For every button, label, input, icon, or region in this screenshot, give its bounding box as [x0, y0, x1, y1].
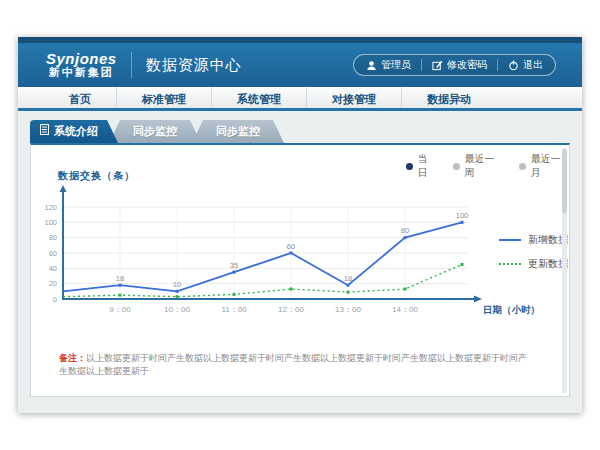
logo-text-en: Synjones: [46, 51, 117, 67]
logout-label: 退出: [523, 58, 543, 72]
legend-item-update-data: 更新数据: [499, 257, 568, 271]
svg-text:60: 60: [287, 242, 295, 251]
document-icon: [40, 120, 49, 143]
svg-text:11：00: 11：00: [221, 305, 247, 314]
edit-icon: [432, 60, 443, 71]
tab-system-intro[interactable]: 系统介绍: [30, 120, 118, 143]
nav-item-home[interactable]: 首页: [44, 87, 116, 108]
page-body: 系统介绍 同步监控 同步监控 当日 最近一周: [18, 111, 582, 410]
radio-option-last-week[interactable]: 最近一周: [453, 152, 503, 180]
tab-bar: 系统介绍 同步监控 同步监控: [30, 120, 284, 143]
svg-text:80: 80: [401, 226, 409, 235]
main-nav: 首页 标准管理 系统管理 对接管理 数据异动: [18, 87, 582, 111]
radio-label: 当日: [418, 152, 437, 180]
svg-text:9：00: 9：00: [109, 305, 131, 314]
change-password-label: 修改密码: [447, 58, 487, 72]
legend-line-sample: [499, 263, 521, 265]
svg-text:12：00: 12：00: [278, 305, 304, 314]
legend-item-new-data: 新增数据: [499, 233, 568, 247]
svg-text:14：00: 14：00: [392, 305, 418, 314]
svg-text:40: 40: [49, 264, 57, 273]
scrollbar-thumb[interactable]: [562, 149, 567, 213]
note-text: 以上数据更新于时间产生数据以上数据更新于时间产生数据以上数据更新于时间产生数据以…: [59, 353, 527, 376]
tab-label: 同步监控: [216, 120, 260, 143]
radio-dot: [406, 163, 413, 170]
nav-item-integration-mgmt[interactable]: 对接管理: [306, 87, 401, 108]
svg-text:13：00: 13：00: [335, 305, 361, 314]
chart-svg: 0204060801001209：0010：0011：0012：0013：001…: [31, 183, 571, 353]
svg-text:18: 18: [344, 274, 352, 283]
power-icon: [508, 60, 519, 71]
radio-dot: [519, 163, 526, 170]
svg-text:0: 0: [53, 295, 57, 304]
footer-note: 备注：以上数据更新于时间产生数据以上数据更新于时间产生数据以上数据更新于时间产生…: [59, 352, 533, 377]
svg-text:日期（小时）: 日期（小时）: [483, 304, 540, 316]
tab-label: 同步监控: [133, 120, 177, 143]
svg-text:100: 100: [44, 218, 57, 227]
logout-button[interactable]: 退出: [508, 58, 543, 72]
pill-divider: [421, 59, 422, 71]
chart-legend: 新增数据 更新数据: [499, 233, 568, 281]
y-axis-title: 数据交换（条）: [58, 169, 135, 183]
svg-text:100: 100: [456, 211, 469, 220]
svg-text:10: 10: [173, 280, 181, 289]
svg-text:35: 35: [230, 261, 238, 270]
note-prefix: 备注：: [59, 353, 86, 363]
content-panel: 当日 最近一周 最近一月 数据交换（条） 0204060801001209：00…: [30, 143, 570, 397]
radio-dot: [453, 163, 460, 170]
app-window: Synjones 新中新集团 数据资源中心 管理员 修改密码: [18, 37, 582, 413]
company-logo[interactable]: Synjones 新中新集团: [46, 51, 117, 78]
tab-sync-monitor-1[interactable]: 同步监控: [109, 120, 201, 143]
logo-text-cn: 新中新集团: [46, 67, 117, 79]
svg-text:18: 18: [116, 274, 124, 283]
tab-sync-monitor-2[interactable]: 同步监控: [192, 120, 284, 143]
time-range-filter: 当日 最近一周 最近一月: [406, 152, 569, 180]
user-name-label: 管理员: [381, 58, 411, 72]
svg-text:80: 80: [49, 233, 57, 242]
nav-item-data-change[interactable]: 数据异动: [401, 87, 496, 108]
header-divider: [131, 52, 132, 78]
svg-text:10：00: 10：00: [164, 305, 190, 314]
svg-text:20: 20: [49, 279, 57, 288]
user-icon: [366, 60, 377, 71]
app-header: Synjones 新中新集团 数据资源中心 管理员 修改密码: [18, 43, 582, 87]
chart-area: 0204060801001209：0010：0011：0012：0013：001…: [31, 183, 571, 353]
radio-label: 最近一周: [465, 152, 503, 180]
svg-text:60: 60: [49, 249, 57, 258]
panel-scrollbar[interactable]: [562, 148, 567, 393]
nav-item-system-mgmt[interactable]: 系统管理: [211, 87, 306, 108]
tab-label: 系统介绍: [54, 120, 98, 143]
radio-option-today[interactable]: 当日: [406, 152, 437, 180]
legend-line-sample: [499, 239, 521, 241]
nav-item-standard-mgmt[interactable]: 标准管理: [116, 87, 211, 108]
page-title: 数据资源中心: [146, 56, 242, 75]
change-password-button[interactable]: 修改密码: [432, 58, 487, 72]
pill-divider: [497, 59, 498, 71]
user-toolbar: 管理员 修改密码 退出: [353, 54, 556, 76]
svg-text:120: 120: [44, 203, 57, 212]
current-user[interactable]: 管理员: [366, 58, 411, 72]
